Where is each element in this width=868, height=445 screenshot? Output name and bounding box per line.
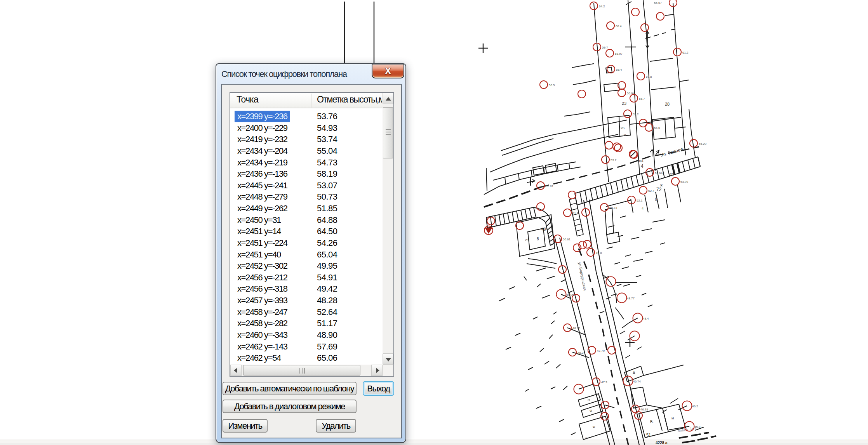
svg-text:49: 49 [541,227,546,231]
svg-text:4: 4 [642,207,644,210]
svg-text:53.64: 53.64 [655,171,663,175]
svg-text:72: 72 [656,187,662,192]
svg-text:53.09: 53.09 [680,180,689,184]
svg-text:52.81: 52.81 [546,184,554,188]
svg-text:Н: Н [588,398,590,402]
svg-text:48.90: 48.90 [572,327,581,330]
svg-text:52.1: 52.1 [637,199,643,202]
svg-text:57.8: 57.8 [646,75,652,78]
svg-text:51.3: 51.3 [572,212,579,215]
svg-text:=: = [585,436,588,441]
svg-text:4: 4 [641,163,644,169]
svg-text:Ф: Ф [590,409,592,413]
svg-text:51: 51 [646,433,651,437]
svg-text:55.2: 55.2 [633,113,639,116]
svg-text:Б.: Б. [650,420,654,424]
svg-text:60.4: 60.4 [616,24,622,28]
svg-text:А: А [633,371,635,375]
svg-text:55.67: 55.67 [654,1,662,5]
svg-text:56.5: 56.5 [549,83,555,87]
svg-text:48.4: 48.4 [643,317,649,320]
svg-text:б: б [655,197,657,202]
svg-text:46.39: 46.39 [640,408,649,411]
svg-text:52.7: 52.7 [648,189,654,193]
svg-text:ж: ж [660,183,663,187]
svg-text:48.77: 48.77 [627,297,635,300]
svg-text:48.2: 48.2 [578,351,584,355]
svg-text:53.2: 53.2 [611,158,617,162]
svg-text:28: 28 [665,102,670,106]
svg-text:58.97: 58.97 [615,52,623,56]
svg-text:45.8: 45.8 [694,425,701,429]
svg-text:64.2: 64.2 [599,5,605,8]
svg-text:46.74: 46.74 [633,380,641,383]
svg-text:ж: ж [593,425,595,429]
svg-text:47.79: 47.79 [597,349,605,353]
svg-text:4228 а: 4228 а [656,441,668,445]
svg-text:49.8: 49.8 [596,251,602,255]
svg-text:21: 21 [525,238,529,242]
svg-text:55.29: 55.29 [699,142,707,146]
svg-text:54.6: 54.6 [654,126,660,130]
svg-text:22: 22 [670,172,674,176]
svg-text:47.3: 47.3 [601,381,607,384]
svg-text:49.95: 49.95 [566,293,574,297]
svg-text:26: 26 [621,126,624,130]
svg-text:59.7: 59.7 [602,46,608,49]
svg-text:58.4: 58.4 [616,68,622,71]
svg-text:м: м [671,416,674,420]
svg-text:46.2: 46.2 [692,405,698,408]
svg-text:61.2: 61.2 [682,51,689,54]
svg-text:23: 23 [622,101,626,106]
svg-text:50.73: 50.73 [609,206,618,210]
svg-text:50.61: 50.61 [563,238,571,241]
svg-text:ж: ж [624,133,626,137]
svg-text:8: 8 [537,237,539,241]
svg-text:ПК1: ПК1 [638,159,644,163]
svg-text:56.94: 56.94 [627,92,635,95]
svg-text:55.7: 55.7 [639,97,645,101]
svg-text:Ул. Голоея: Ул. Голоея [660,146,684,158]
